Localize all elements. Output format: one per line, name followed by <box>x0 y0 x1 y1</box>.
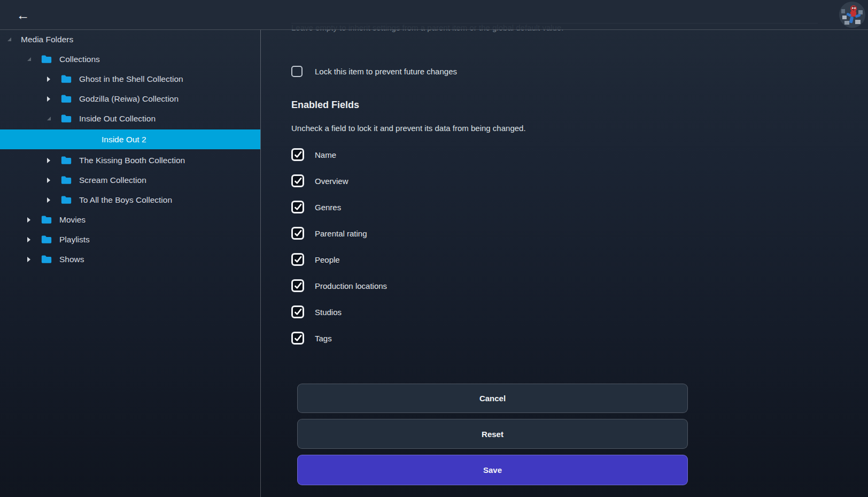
tree-item-media-folders[interactable]: Media Folders <box>0 29 260 49</box>
tree-item-collections[interactable]: Collections <box>0 49 260 69</box>
checkbox-checked-icon[interactable] <box>291 174 304 187</box>
field-label: People <box>315 255 340 264</box>
tree-indent <box>0 160 45 160</box>
field-label: Production locations <box>315 281 387 290</box>
tree-item-label: Scream Collection <box>79 175 146 185</box>
field-label: Overview <box>315 177 348 186</box>
field-label: Name <box>315 150 336 159</box>
tree-indent <box>0 118 45 119</box>
expander-placeholder <box>67 136 75 143</box>
expander-collapsed-icon[interactable] <box>45 196 52 204</box>
expander-expanded-icon[interactable] <box>5 36 13 43</box>
field-label: Genres <box>315 203 341 212</box>
tree-item-the-kissing-booth-collection[interactable]: The Kissing Booth Collection <box>0 150 260 170</box>
tree-item-label: Ghost in the Shell Collection <box>79 74 183 84</box>
tree-item-label: Playlists <box>59 235 90 244</box>
tree-indent <box>0 139 67 140</box>
enabled-fields-description: Uncheck a field to lock it and prevent i… <box>291 122 688 134</box>
reset-button[interactable]: Reset <box>297 419 688 449</box>
expander-expanded-icon[interactable] <box>25 56 33 63</box>
expander-collapsed-icon[interactable] <box>25 216 33 224</box>
expander-collapsed-icon[interactable] <box>45 177 52 184</box>
expander-collapsed-icon[interactable] <box>45 157 52 164</box>
cancel-button[interactable]: Cancel <box>297 384 688 413</box>
field-row-overview[interactable]: Overview <box>291 174 688 187</box>
folder-icon <box>60 155 72 165</box>
app-header: ← <box>0 0 868 30</box>
enabled-fields-list: NameOverviewGenresParental ratingPeopleP… <box>291 148 688 345</box>
folder-icon <box>41 254 52 264</box>
expander-collapsed-icon[interactable] <box>25 236 33 243</box>
tree-item-label: Shows <box>59 255 84 264</box>
folder-icon <box>41 215 52 225</box>
folder-icon <box>60 175 72 185</box>
tree-item-scream-collection[interactable]: Scream Collection <box>0 170 260 190</box>
media-folders-tree: Media FoldersCollectionsGhost in the She… <box>0 29 261 497</box>
tree-indent <box>0 79 45 79</box>
tree-item-inside-out-collection[interactable]: Inside Out Collection <box>0 109 260 128</box>
metadata-editor-panel: Leave empty to inherit settings from a p… <box>261 0 868 497</box>
back-arrow-icon: ← <box>17 7 30 22</box>
field-row-people[interactable]: People <box>291 253 688 266</box>
tree-item-label: Movies <box>59 215 86 225</box>
field-row-name[interactable]: Name <box>291 148 688 161</box>
tree-item-to-all-the-boys-collection[interactable]: To All the Boys Collection <box>0 190 260 210</box>
checkbox-checked-icon[interactable] <box>291 279 304 292</box>
tree-item-label: To All the Boys Collection <box>79 195 172 205</box>
tree-item-label: Inside Out Collection <box>79 114 156 124</box>
checkbox-checked-icon[interactable] <box>291 253 304 266</box>
field-row-production-locations[interactable]: Production locations <box>291 279 688 292</box>
enabled-fields-title: Enabled Fields <box>291 98 688 112</box>
tree-indent <box>0 39 5 40</box>
folder-icon <box>60 74 72 84</box>
expander-expanded-icon[interactable] <box>45 115 52 123</box>
checkbox-checked-icon[interactable] <box>291 332 304 345</box>
lock-item-row[interactable]: Lock this item to prevent future changes <box>291 63 688 79</box>
folder-icon <box>60 113 72 124</box>
tree-item-ghost-in-the-shell-collection[interactable]: Ghost in the Shell Collection <box>0 69 260 89</box>
expander-collapsed-icon[interactable] <box>45 95 52 103</box>
tree-item-label: The Kissing Booth Collection <box>79 156 185 165</box>
field-label: Parental rating <box>315 229 367 238</box>
folder-icon <box>60 94 72 104</box>
tree-indent <box>0 219 25 220</box>
folder-icon <box>41 54 52 64</box>
save-button[interactable]: Save <box>297 455 688 485</box>
avatar-image <box>839 2 865 28</box>
tree-indent <box>0 98 45 99</box>
tree-item-shows[interactable]: Shows <box>0 249 260 269</box>
field-row-parental-rating[interactable]: Parental rating <box>291 227 688 240</box>
tree-item-playlists[interactable]: Playlists <box>0 230 260 249</box>
tree-item-label: Inside Out 2 <box>102 135 146 144</box>
tree-indent <box>0 180 45 180</box>
checkbox-checked-icon[interactable] <box>291 227 304 240</box>
tree-indent <box>0 59 25 59</box>
checkbox-unchecked-icon[interactable] <box>291 66 303 77</box>
expander-collapsed-icon[interactable] <box>25 256 33 263</box>
folder-icon <box>60 195 72 205</box>
folder-icon <box>41 234 52 244</box>
tree-item-godzilla-reiwa-collection[interactable]: Godzilla (Reiwa) Collection <box>0 89 260 109</box>
lock-item-label: Lock this item to prevent future changes <box>315 67 457 76</box>
checkbox-checked-icon[interactable] <box>291 201 304 213</box>
field-row-studios[interactable]: Studios <box>291 305 688 318</box>
tree-item-label: Collections <box>59 55 100 64</box>
user-avatar[interactable] <box>839 2 865 28</box>
field-label: Tags <box>315 334 332 343</box>
back-button[interactable]: ← <box>14 6 32 24</box>
tree-indent <box>0 200 45 200</box>
tree-indent <box>0 259 25 259</box>
tree-item-label: Godzilla (Reiwa) Collection <box>79 94 179 104</box>
expander-collapsed-icon[interactable] <box>45 75 52 83</box>
field-row-genres[interactable]: Genres <box>291 201 688 213</box>
tree-item-inside-out-2[interactable]: Inside Out 2 <box>0 128 260 150</box>
checkbox-checked-icon[interactable] <box>291 305 304 318</box>
tree-item-label: Media Folders <box>21 35 73 44</box>
checkbox-checked-icon[interactable] <box>291 148 304 161</box>
tree-indent <box>0 239 25 240</box>
field-label: Studios <box>315 308 342 317</box>
metadata-form: Leave empty to inherit settings from a p… <box>291 0 688 485</box>
field-row-tags[interactable]: Tags <box>291 332 688 345</box>
tree-item-movies[interactable]: Movies <box>0 210 260 230</box>
